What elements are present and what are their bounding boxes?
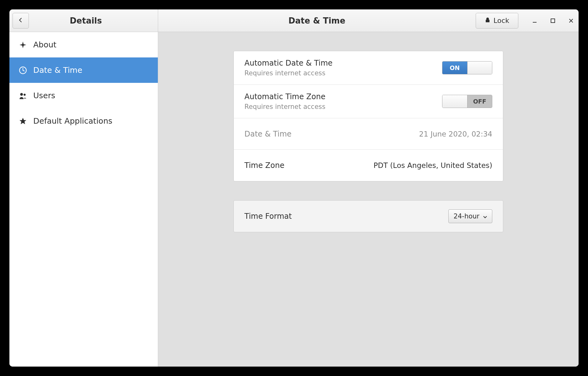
users-icon [19,92,27,100]
row-left: Automatic Date & Time Requires internet … [244,59,333,77]
titlebar-left: Details [9,9,158,32]
settings-window: Details Date & Time Lock [9,9,579,367]
row-datetime[interactable]: Date & Time 21 June 2020, 02:34 [234,118,503,150]
row-subtitle: Requires internet access [244,103,325,110]
sidebar-title: Details [29,16,158,25]
dropdown-value: 24-hour [454,212,479,220]
chevron-down-icon [483,212,487,220]
sidebar-item-label: About [33,40,56,49]
time-format-panel: Time Format 24-hour [233,200,503,232]
chevron-left-icon [18,18,23,24]
row-title: Time Zone [244,161,284,170]
row-left: Automatic Time Zone Requires internet ac… [244,92,325,110]
minimize-button[interactable] [530,16,539,25]
lock-icon [485,17,490,24]
window-title: Date & Time [158,16,476,25]
titlebar: Details Date & Time Lock [9,9,579,32]
star-icon [19,117,27,125]
svg-rect-1 [551,19,555,23]
svg-point-4 [24,94,26,96]
row-timezone[interactable]: Time Zone PDT (Los Angeles, United State… [234,150,503,181]
svg-point-3 [20,93,23,96]
row-title: Date & Time [244,130,291,138]
toggle-handle [442,95,468,108]
sidebar: About Date & Time Users Default Applicat… [9,32,158,367]
close-button[interactable] [567,16,575,25]
row-auto-datetime: Automatic Date & Time Requires internet … [234,51,503,85]
auto-timezone-toggle[interactable]: OFF [442,95,492,108]
toggle-handle [467,62,492,74]
lock-label: Lock [494,17,509,24]
datetime-value: 21 June 2020, 02:34 [419,130,492,138]
sidebar-item-label: Default Applications [33,116,112,126]
sidebar-item-default-apps[interactable]: Default Applications [9,108,158,134]
spark-icon [19,41,27,49]
sidebar-item-about[interactable]: About [9,32,158,57]
window-controls [530,16,575,25]
auto-datetime-toggle[interactable]: ON [442,61,492,74]
main-panel: Automatic Date & Time Requires internet … [158,32,579,367]
maximize-button[interactable] [548,16,557,25]
time-format-dropdown[interactable]: 24-hour [448,209,492,223]
row-title: Automatic Date & Time [244,59,333,67]
row-subtitle: Requires internet access [244,69,333,77]
back-button[interactable] [13,13,29,29]
sidebar-item-date-time[interactable]: Date & Time [9,57,158,83]
titlebar-right: Lock [476,13,579,29]
timezone-value: PDT (Los Angeles, United States) [373,161,492,169]
sidebar-item-users[interactable]: Users [9,83,158,108]
row-time-format: Time Format 24-hour [234,201,503,232]
sidebar-item-label: Date & Time [33,66,82,75]
clock-icon [19,66,27,74]
toggle-off-label: OFF [468,95,492,108]
svg-rect-0 [533,22,537,23]
row-title: Time Format [244,212,292,221]
content: About Date & Time Users Default Applicat… [9,32,579,367]
sidebar-item-label: Users [33,91,55,100]
toggle-on-label: ON [442,62,467,74]
row-auto-timezone: Automatic Time Zone Requires internet ac… [234,85,503,118]
lock-button[interactable]: Lock [476,13,518,29]
row-title: Automatic Time Zone [244,92,325,101]
datetime-panel: Automatic Date & Time Requires internet … [233,51,503,181]
